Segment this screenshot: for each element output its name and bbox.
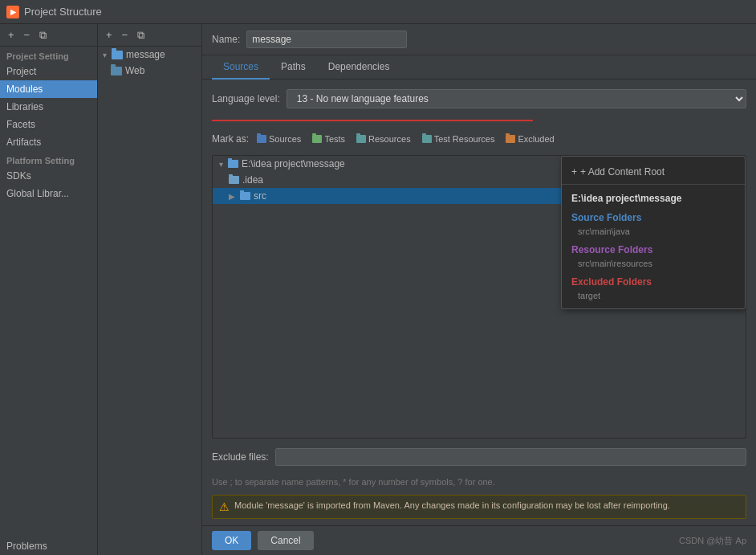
excluded-folder-path: target (578, 291, 600, 300)
content-root-popup: + + Add Content Root E:\idea project\mes… (561, 156, 746, 309)
main-content: + − ⧉ Project Setting Project Modules Li… (0, 24, 756, 555)
mark-sources-label: Sources (269, 134, 301, 144)
sidebar-item-sdks[interactable]: SDKs (0, 167, 97, 185)
problems-label: Problems (6, 541, 47, 552)
src-folder-icon (240, 192, 250, 200)
sidebar-item-label: Modules (6, 84, 43, 95)
resources-folder-icon (356, 135, 366, 143)
root-folder-icon (228, 160, 238, 168)
tab-paths[interactable]: Paths (270, 55, 317, 80)
bottom-bar: OK Cancel CSDN @幼昔 Ap (202, 525, 756, 555)
sidebar-item-label: Libraries (6, 101, 43, 112)
mark-sources-button[interactable]: Sources (254, 133, 304, 145)
app-icon: ▶ (6, 6, 19, 18)
name-row: Name: (202, 24, 756, 55)
tree-copy-button[interactable]: ⧉ (134, 27, 148, 43)
mark-test-resources-label: Test Resources (434, 134, 495, 144)
sidebar: + − ⧉ Project Setting Project Modules Li… (0, 24, 98, 555)
sidebar-item-libraries[interactable]: Libraries (0, 98, 97, 116)
language-level-label: Language level: (212, 93, 280, 104)
language-level-row: Language level: 13 - No new language fea… (212, 86, 746, 112)
idea-folder-icon (229, 176, 239, 184)
add-content-root-button[interactable]: + + Add Content Root (562, 163, 745, 181)
title-bar: ▶ Project Structure (0, 0, 756, 24)
excluded-folder-icon (506, 135, 515, 143)
resource-folders-title: Resource Folders (562, 238, 745, 257)
tree-item-message[interactable]: ▾ message (98, 47, 201, 63)
source-folder-path: src\main\java (578, 226, 630, 236)
sidebar-item-label: Facets (6, 119, 35, 130)
warning-row: ⚠ Module 'message' is imported from Mave… (212, 495, 746, 519)
mark-resources-button[interactable]: Resources (353, 133, 414, 145)
name-label: Name: (212, 34, 240, 45)
exclude-files-label: Exclude files: (212, 451, 269, 463)
sidebar-toolbar: + − ⧉ (0, 24, 97, 47)
hint-text: Use ; to separate name patterns, * for a… (212, 475, 746, 488)
sidebar-item-project[interactable]: Project (0, 63, 97, 80)
platform-setting-header: Platform Setting (0, 151, 97, 167)
tree-item-label: message (126, 49, 165, 60)
tree-remove-button[interactable]: − (119, 27, 132, 43)
sidebar-item-modules[interactable]: Modules (0, 80, 97, 98)
root-chevron: ▾ (219, 160, 223, 169)
sidebar-item-facets[interactable]: Facets (0, 116, 97, 133)
resource-folder-path: src\main\resources (578, 259, 652, 268)
tree-toolbar: + − ⧉ (98, 24, 201, 47)
excluded-folder-item: target (562, 289, 745, 302)
sidebar-item-artifacts[interactable]: Artifacts (0, 133, 97, 151)
folder-icon (112, 51, 123, 59)
excluded-folders-title: Excluded Folders (562, 270, 745, 289)
src-label: src (254, 190, 266, 202)
resource-folder-item: src\main\resources (562, 257, 745, 270)
mark-tests-button[interactable]: Tests (309, 133, 348, 145)
popup-path-title: E:\idea project\message (562, 188, 745, 206)
ok-button[interactable]: OK (212, 531, 251, 550)
tests-folder-icon (312, 135, 322, 143)
source-folders-title: Source Folders (562, 206, 745, 225)
sources-content: Language level: 13 - No new language fea… (202, 80, 756, 525)
root-label: E:\idea project\message (242, 158, 345, 169)
web-icon (111, 67, 122, 75)
tree-item-web[interactable]: Web (98, 63, 201, 79)
plus-icon: + (571, 166, 577, 178)
brand-text: CSDN @幼昔 Ap (679, 535, 746, 547)
window-title: Project Structure (24, 6, 102, 18)
sources-folder-icon (257, 135, 266, 143)
mark-excluded-label: Excluded (518, 134, 554, 144)
tab-dependencies[interactable]: Dependencies (317, 55, 401, 80)
project-setting-header: Project Setting (0, 47, 97, 63)
idea-label: .idea (242, 174, 263, 186)
sidebar-item-label: SDKs (6, 170, 31, 182)
sidebar-item-label: Global Librar... (6, 188, 69, 199)
mark-tests-label: Tests (324, 134, 345, 144)
warning-icon: ⚠ (219, 500, 230, 513)
mark-excluded-button[interactable]: Excluded (502, 133, 557, 145)
sidebar-item-label: Project (6, 66, 36, 77)
tab-sources[interactable]: Sources (212, 55, 270, 80)
file-tree-area: ▾ E:\idea project\message .idea ▶ (212, 155, 746, 439)
mark-test-resources-button[interactable]: Test Resources (419, 133, 498, 145)
sidebar-item-problems[interactable]: Problems (0, 537, 97, 555)
sidebar-item-global-libraries[interactable]: Global Librar... (0, 185, 97, 202)
add-button[interactable]: + (5, 27, 18, 43)
mark-resources-label: Resources (368, 134, 411, 144)
detail-panel: Name: Sources Paths Dependencies Languag… (202, 24, 756, 555)
name-input[interactable] (246, 31, 407, 48)
tree-panel: + − ⧉ ▾ message Web (98, 24, 202, 555)
remove-button[interactable]: − (21, 27, 34, 43)
test-resources-folder-icon (422, 135, 432, 143)
warning-text: Module 'message' is imported from Maven.… (234, 500, 670, 510)
copy-button[interactable]: ⧉ (36, 27, 50, 43)
mark-as-row: Mark as: Sources Tests Resources Test Re… (212, 129, 746, 149)
tabs-bar: Sources Paths Dependencies (202, 55, 756, 80)
tree-add-button[interactable]: + (103, 27, 116, 43)
source-folder-item: src\main\java (562, 225, 745, 238)
add-content-root-label: + Add Content Root (580, 166, 665, 178)
src-chevron: ▶ (229, 192, 235, 201)
tree-item-label: Web (125, 65, 144, 76)
sidebar-item-label: Artifacts (6, 137, 41, 148)
language-level-select[interactable]: 13 - No new language features (287, 89, 746, 108)
exclude-files-input[interactable] (275, 448, 746, 466)
cancel-button[interactable]: Cancel (258, 531, 313, 550)
expand-icon: ▾ (103, 51, 107, 59)
